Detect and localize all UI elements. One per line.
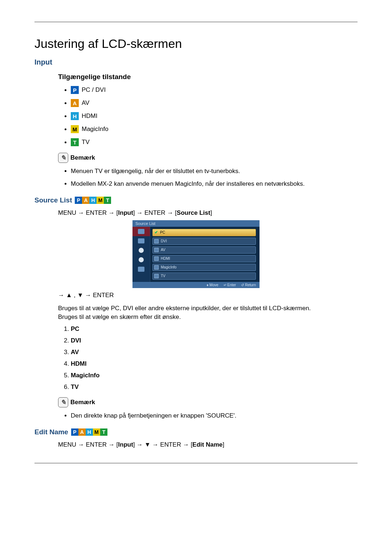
mode-label: MagicInfo: [82, 126, 109, 133]
osd-side-item: [132, 236, 150, 246]
source-items: PC DVI AV HDMI MagicInfo TV: [71, 325, 358, 391]
note-label: Bemærk: [70, 154, 95, 161]
desc1: Bruges til at vælge PC, DVI eller andre …: [58, 305, 311, 312]
list-item: PC: [71, 325, 358, 333]
path-down: ▼: [144, 441, 151, 448]
page-title: Justering af LCD-skærmen: [34, 37, 358, 51]
osd-row-label: HDMI: [161, 257, 170, 260]
modes-heading: Tilgængelige tilstande: [58, 73, 358, 81]
osd-row-label: PC: [160, 230, 165, 234]
list-item: DVI: [71, 337, 358, 344]
osd-row: HDMI: [152, 255, 256, 262]
osd-row-label: TV: [161, 274, 166, 278]
path-edit: Edit Name: [192, 441, 222, 448]
path-menu: MENU: [58, 441, 76, 448]
mode-item: H HDMI: [71, 112, 358, 120]
list-item: HDMI: [71, 360, 358, 368]
path-source: Source List: [177, 209, 211, 216]
source-list-heading: Source List P A H M T: [34, 196, 358, 204]
badge-a-icon: A: [71, 99, 79, 107]
bottom-rule: [34, 463, 358, 463]
badge-m-icon: M: [93, 428, 100, 436]
badge-m-icon: M: [97, 197, 104, 204]
square-icon: [154, 257, 159, 261]
list-item: TV: [71, 383, 358, 391]
mode-item: T TV: [71, 138, 358, 146]
path-input: Input: [118, 441, 133, 448]
osd-row-label: DVI: [161, 239, 167, 243]
desc2: Bruges til at vælge en skærm efter dit ø…: [58, 313, 181, 320]
badge-p-icon: P: [75, 197, 82, 204]
badge-p-icon: P: [71, 428, 78, 436]
mode-label: AV: [82, 99, 89, 107]
note-icon: ✎: [58, 397, 68, 407]
picture-icon: [138, 238, 144, 243]
badge-a-icon: A: [82, 197, 89, 204]
badge-a-icon: A: [78, 428, 86, 436]
edit-name-heading: Edit Name P A H M T: [34, 428, 358, 436]
list-item: MagicInfo: [71, 372, 358, 379]
osd-main: ✔PC DVI AV HDMI MagicInfo TV: [150, 227, 260, 282]
square-icon: [154, 239, 159, 243]
badge-strip-icon: P A H M T: [75, 197, 111, 204]
square-icon: [154, 248, 159, 252]
path-input: Input: [118, 209, 133, 216]
path-menu: MENU: [58, 209, 76, 216]
note-bullets: Menuen TV er tilgængelig, når der er til…: [71, 167, 358, 188]
note-icon: ✎: [58, 153, 68, 163]
osd-side-item: [132, 255, 150, 264]
modes-list: P PC / DVI A AV H HDMI M MagicInfo T TV: [71, 86, 358, 146]
square-icon: [154, 265, 159, 270]
badge-t-icon: T: [71, 138, 79, 146]
square-icon: [154, 274, 159, 278]
mode-item: M MagicInfo: [71, 125, 358, 133]
note-row: ✎ Bemærk: [58, 397, 358, 407]
osd-row: TV: [152, 272, 256, 280]
sound-icon: [139, 248, 144, 253]
osd-sidebar: [132, 227, 150, 282]
multi-icon: [138, 267, 144, 272]
menu-path: MENU → ENTER → [Input] → ▼ → ENTER → [Ed…: [58, 441, 358, 448]
note-bullet: Den direkte knap på fjernbetjeningen er …: [71, 412, 358, 420]
osd-title: Source List: [132, 220, 260, 227]
badge-t-icon: T: [104, 197, 111, 204]
osd-row-label: AV: [161, 248, 166, 252]
mode-item: P PC / DVI: [71, 86, 358, 94]
osd-row: MagicInfo: [152, 264, 256, 271]
path-enter: ENTER: [144, 209, 166, 216]
osd-foot-enter: ↵ Enter: [224, 283, 236, 287]
menu-path: MENU → ENTER → [Input] → ENTER → [Source…: [58, 209, 358, 217]
note-row: ✎ Bemærk: [58, 153, 358, 163]
osd-row-selected: ✔PC: [152, 229, 256, 236]
setup-icon: [139, 257, 144, 262]
note-bullets: Den direkte knap på fjernbetjeningen er …: [71, 412, 358, 420]
note-bullet: Modellen MX-2 kan anvende menuen MagicIn…: [71, 180, 358, 188]
osd-row: AV: [152, 246, 256, 254]
source-list-label: Source List: [34, 196, 72, 204]
osd-side-item: [132, 227, 150, 236]
list-item: AV: [71, 349, 358, 356]
mode-label: PC / DVI: [82, 86, 106, 94]
path-enter: ENTER: [86, 441, 107, 448]
osd-screenshot: Source List ✔PC DVI AV HDMI MagicInfo TV…: [132, 220, 260, 288]
input-icon: [138, 229, 144, 234]
osd-side-item: [132, 264, 150, 274]
badge-h-icon: H: [89, 197, 97, 204]
osd-body: ✔PC DVI AV HDMI MagicInfo TV: [132, 227, 260, 282]
osd-foot-move: ♦ Move: [207, 283, 218, 287]
badge-t-icon: T: [100, 428, 107, 436]
badge-h-icon: H: [71, 112, 79, 120]
osd-footer: ♦ Move ↵ Enter ↺ Return: [132, 282, 260, 288]
note-bullet: Menuen TV er tilgængelig, når der er til…: [71, 167, 358, 176]
input-heading: Input: [34, 58, 358, 66]
check-icon: ✔: [154, 231, 158, 234]
source-desc: Bruges til at vælge PC, DVI eller andre …: [58, 304, 358, 321]
mode-item: A AV: [71, 99, 358, 107]
osd-foot-return: ↺ Return: [241, 283, 256, 287]
note-label: Bemærk: [70, 399, 95, 406]
edit-name-label: Edit Name: [34, 428, 68, 436]
nav-line: → ▲ , ▼ → ENTER: [58, 292, 358, 299]
document-page: Justering af LCD-skærmen Input Tilgængel…: [0, 0, 392, 478]
mode-label: TV: [82, 139, 90, 146]
badge-strip-icon: P A H M T: [71, 428, 107, 436]
